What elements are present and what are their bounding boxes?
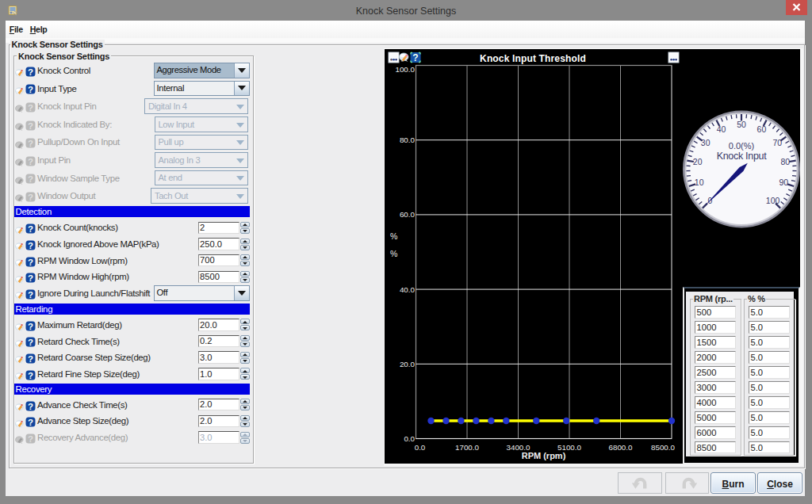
svg-text:60: 60 <box>757 124 767 134</box>
svg-text:0.0: 0.0 <box>404 434 415 443</box>
svg-text:?: ? <box>28 139 33 148</box>
svg-text:100.0: 100.0 <box>395 65 415 74</box>
svg-text:?: ? <box>28 193 33 202</box>
svg-text:?: ? <box>28 433 33 443</box>
svg-text:?: ? <box>28 67 33 76</box>
svg-text:90: 90 <box>779 178 788 187</box>
svg-text:?: ? <box>412 52 418 63</box>
svg-text:?: ? <box>28 156 33 166</box>
svg-text:?: ? <box>28 289 33 299</box>
svg-text:10: 10 <box>695 178 704 187</box>
svg-text:100: 100 <box>766 196 780 205</box>
svg-text:80.0: 80.0 <box>400 136 416 144</box>
svg-text:6800.0: 6800.0 <box>609 443 634 452</box>
svg-text:?: ? <box>28 354 33 364</box>
svg-text:40.0: 40.0 <box>400 285 416 294</box>
svg-text:5100.0: 5100.0 <box>557 443 582 452</box>
svg-text:?: ? <box>28 257 33 266</box>
svg-text:3400.0: 3400.0 <box>507 443 531 452</box>
svg-text:RPM (rpm): RPM (rpm) <box>522 451 566 460</box>
svg-text:20.0: 20.0 <box>400 360 416 368</box>
svg-text:1700.0: 1700.0 <box>455 443 480 452</box>
svg-text:?: ? <box>28 120 33 130</box>
svg-text:?: ? <box>28 338 33 347</box>
svg-text:Knock Input Threshold: Knock Input Threshold <box>480 53 586 64</box>
svg-text:50: 50 <box>737 120 746 129</box>
svg-text:60.0: 60.0 <box>400 210 416 219</box>
svg-text:?: ? <box>28 103 33 113</box>
svg-text:?: ? <box>28 174 33 184</box>
svg-text:?: ? <box>28 401 33 410</box>
svg-text:Knock Input: Knock Input <box>717 151 768 162</box>
svg-text:30: 30 <box>701 138 710 147</box>
svg-text:?: ? <box>28 240 33 250</box>
svg-text:?: ? <box>28 85 33 94</box>
svg-text:70: 70 <box>772 138 782 147</box>
svg-text:%: % <box>390 231 397 241</box>
svg-text:80: 80 <box>780 157 790 166</box>
svg-text:?: ? <box>28 224 33 234</box>
svg-text:8500.0: 8500.0 <box>651 443 676 452</box>
svg-text:40: 40 <box>717 124 726 134</box>
svg-text:20: 20 <box>693 157 703 166</box>
svg-text:0.0(%): 0.0(%) <box>729 141 754 151</box>
svg-text:?: ? <box>28 273 33 283</box>
svg-text:?: ? <box>28 321 33 330</box>
svg-text:%: % <box>390 249 397 258</box>
svg-text:?: ? <box>28 370 33 380</box>
svg-text:0.0: 0.0 <box>415 443 426 452</box>
svg-text:?: ? <box>28 418 33 427</box>
